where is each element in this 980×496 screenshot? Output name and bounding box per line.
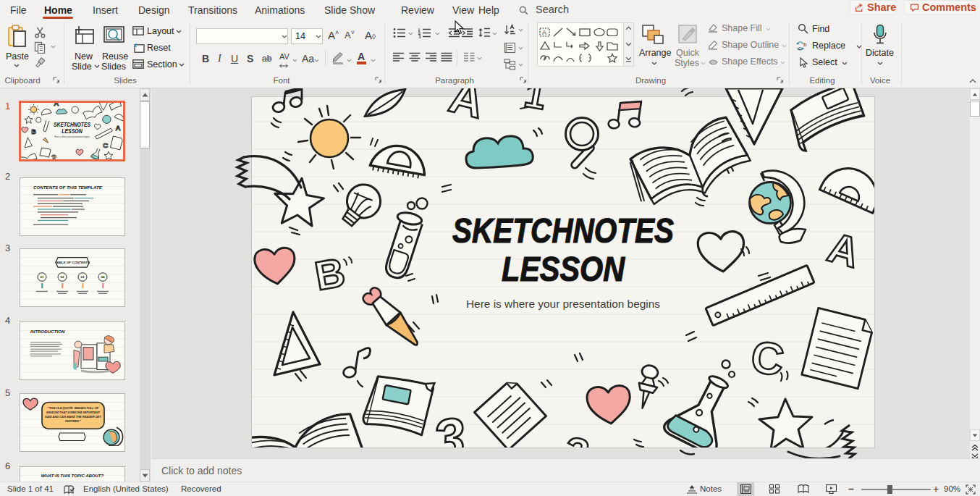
svg-text:C: C: [103, 141, 108, 149]
svg-text:A: A: [115, 124, 120, 132]
svg-text:A: A: [54, 103, 59, 107]
svg-text:LESSON: LESSON: [62, 127, 83, 135]
svg-text:A: A: [823, 223, 865, 277]
svg-text:LESSON: LESSON: [502, 249, 625, 288]
svg-text:B: B: [31, 127, 36, 135]
svg-text:Here is where your presentatio: Here is where your presentation begins: [466, 298, 660, 310]
svg-text:Here is where your presentatio: Here is where your presentation begins: [54, 135, 90, 138]
svg-text:WHAT IS THIS TOPIC ABOUT?: WHAT IS THIS TOPIC ABOUT?: [41, 474, 104, 479]
svg-text:"THIS IS A QUOTE. IMAGES FULL: "THIS IS A QUOTE. IMAGES FULL OF: [48, 406, 99, 410]
svg-text:02: 02: [61, 276, 65, 279]
svg-text:SKETCHNOTES: SKETCHNOTES: [54, 121, 90, 128]
svg-text:3: 3: [429, 405, 469, 447]
svg-text:CONTENTS OF THIS TEMPLATE: CONTENTS OF THIS TEMPLATE: [33, 185, 103, 190]
svg-text:WISDOM THAT SOMEONE IMPORTANT: WISDOM THAT SOMEONE IMPORTANT: [46, 411, 101, 414]
svg-text:INSPIRED.": INSPIRED.": [65, 419, 81, 423]
svg-text:B: B: [311, 249, 348, 299]
svg-text:A: A: [542, 29, 546, 36]
svg-text:03: 03: [81, 276, 85, 279]
svg-text:C: C: [748, 331, 787, 385]
svg-text:b: b: [803, 41, 807, 48]
svg-text:c: c: [798, 45, 801, 51]
svg-text:SKETCHNOTES: SKETCHNOTES: [452, 211, 674, 250]
svg-text:04: 04: [101, 276, 106, 279]
svg-text:01: 01: [41, 276, 45, 279]
svg-text:INTRODUCTION: INTRODUCTION: [30, 329, 65, 335]
svg-text:TABLE OF CONTENTS: TABLE OF CONTENTS: [55, 261, 90, 264]
svg-text:2: 2: [556, 426, 592, 447]
svg-text:3: 3: [51, 154, 56, 159]
svg-text:SAID AND CAN MAKE THE READER G: SAID AND CAN MAKE THE READER GET: [45, 415, 101, 419]
